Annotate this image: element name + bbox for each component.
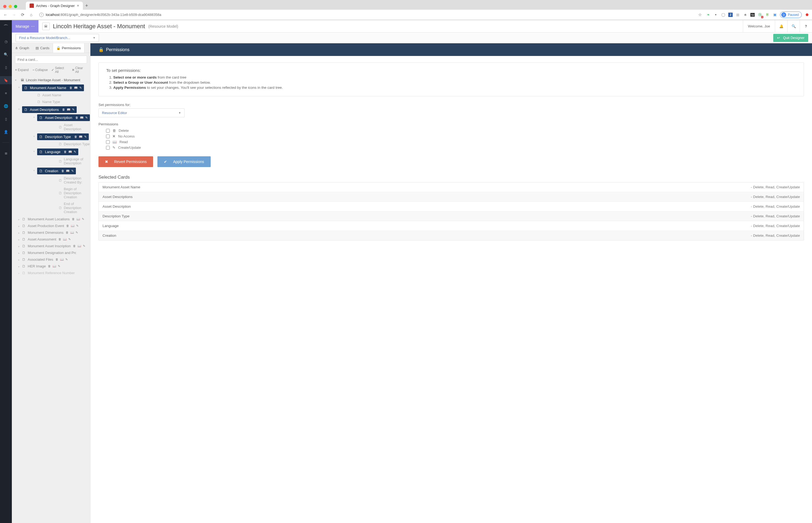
chevron-right-icon[interactable]: ▸: [18, 272, 20, 275]
chevron-down-icon[interactable]: ▾: [15, 78, 16, 82]
ext-a-icon[interactable]: ⓐ8: [757, 12, 762, 17]
quit-designer-button[interactable]: ↩ Quit Designer: [773, 34, 808, 42]
tree-node[interactable]: 🗋Monument Designation and Protection: [22, 250, 90, 256]
chevron-right-icon[interactable]: ▸: [18, 238, 20, 241]
manage-button[interactable]: Manage ⋯: [12, 20, 38, 33]
window-zoom-icon[interactable]: [14, 5, 17, 8]
tree-node[interactable]: 🗋Monument Asset Locations🗑📖✎: [22, 216, 90, 222]
card-search-input[interactable]: [15, 56, 87, 64]
tree-node-creation[interactable]: ▾ 🗋Creation🗑📖✎ 🗋Description Created By: …: [37, 167, 90, 216]
tree-leaf[interactable]: 🗋Asset Name: [37, 92, 90, 98]
tree-leaf[interactable]: 🗋Begin of Description Creation: [59, 186, 90, 200]
chevron-down-icon[interactable]: ▾: [33, 169, 35, 172]
chevron-right-icon[interactable]: ▸: [18, 252, 20, 254]
vnav-clock-icon[interactable]: ◷: [0, 37, 12, 46]
nav-reload-button[interactable]: ⟳: [20, 12, 25, 17]
browser-tab[interactable]: Arches - Graph Designer ×: [26, 2, 83, 10]
vnav-menu-icon[interactable]: ≣: [0, 149, 12, 157]
vnav-search-icon[interactable]: 🔍: [0, 50, 12, 58]
ext-circle-icon[interactable]: ◯: [721, 12, 726, 17]
read-checkbox[interactable]: [106, 140, 110, 144]
vnav-list-icon[interactable]: ≡: [0, 89, 12, 97]
tree-leaf[interactable]: 🗋Description Created By:: [59, 175, 90, 185]
revert-permissions-button[interactable]: ✖ Revert Permissions: [98, 156, 153, 167]
tree-leaf[interactable]: 🗋Asset Description: [59, 122, 90, 132]
find-model-select[interactable]: Find a Resource Model/Branch... ▼: [16, 34, 99, 42]
window-controls: [0, 0, 20, 10]
chevron-right-icon[interactable]: ▸: [18, 258, 20, 261]
tree-root[interactable]: ▾ 🏛 Lincoln Heritage Asset - Monument: [13, 77, 90, 84]
chevron-right-icon[interactable]: ▸: [18, 265, 20, 268]
favicon-icon: [30, 3, 34, 8]
vnav-user-icon[interactable]: 👤: [0, 128, 12, 136]
tree-leaf[interactable]: 🗋Language of Description: [59, 156, 90, 166]
chevron-down-icon[interactable]: ▾: [18, 108, 20, 111]
vnav-bookmark-icon[interactable]: ▯: [0, 63, 12, 71]
select-all-button[interactable]: ✓Select All: [51, 66, 68, 74]
app-logo-icon[interactable]: ⌒: [0, 23, 12, 31]
ext-robot-icon[interactable]: ▪: [713, 12, 718, 17]
chevron-right-icon[interactable]: ▸: [18, 218, 20, 221]
ext-xp-icon[interactable]: Xp: [751, 13, 755, 17]
notifications-icon[interactable]: 🔔: [775, 20, 787, 33]
chevron-right-icon[interactable]: ▸: [18, 224, 20, 228]
tree-node[interactable]: 🗋Monument Asset Inscription🗑📖✎: [22, 243, 90, 249]
tree-leaf[interactable]: 🗋Description Type: [59, 141, 90, 147]
tree-node-asset-descs[interactable]: ▾ 🗋Asset Descriptions🗑📖✎ ▾ 🗋Asset Descri…: [22, 106, 90, 216]
chevron-right-icon[interactable]: ▸: [18, 245, 20, 248]
topbar-search-icon[interactable]: 🔍: [787, 20, 800, 33]
chevron-down-icon[interactable]: ▾: [33, 150, 35, 153]
clear-all-button[interactable]: ✕Clear All: [72, 66, 87, 74]
tree-node[interactable]: 🗋Associated Files🗑📖✎: [22, 256, 90, 263]
tree-node[interactable]: 🗋Monument Dimensions🗑📖✎: [22, 230, 90, 236]
vnav-globe-icon[interactable]: 🌐: [0, 102, 12, 110]
new-tab-button[interactable]: +: [83, 0, 90, 10]
nav-back-button[interactable]: ←: [3, 12, 8, 17]
expand-button[interactable]: +Expand: [15, 66, 29, 74]
ext-stop-icon[interactable]: ⬣: [805, 12, 809, 17]
tree-node-desc-type[interactable]: ▾ 🗋Description Type🗑📖✎ 🗋Description Type: [37, 133, 90, 148]
tree-leaf[interactable]: 🗋Name Type: [37, 99, 90, 105]
permissions-for-select[interactable]: Resource Editor ▼: [98, 108, 184, 117]
tab-close-icon[interactable]: ×: [77, 3, 79, 8]
tree-node-asset-desc[interactable]: ▾ 🗋Asset Description🗑📖✎ 🗋Asset Descripti…: [37, 113, 90, 133]
vnav-bookmark-active-icon[interactable]: 🔖: [0, 76, 12, 84]
ext-tree-icon[interactable]: ♣: [743, 12, 748, 17]
ext-window-icon[interactable]: ▣: [773, 12, 777, 17]
window-minimize-icon[interactable]: [8, 5, 12, 8]
tab-permissions[interactable]: 🔒Permissions: [53, 43, 85, 53]
chevron-down-icon[interactable]: ▾: [18, 86, 20, 89]
trash-icon: 🗑: [112, 129, 116, 133]
ext-grid-icon[interactable]: ▦: [735, 12, 740, 17]
tree-node-language[interactable]: ▾ 🗋Language🗑📖✎ 🗋Language of Description: [37, 148, 90, 167]
apply-permissions-button[interactable]: ✔ Apply Permissions: [157, 156, 211, 167]
share-icon: ⋔: [15, 46, 18, 50]
tab-cards[interactable]: ▤Cards: [32, 43, 53, 53]
profile-paused-badge[interactable]: D Paused: [780, 12, 802, 18]
ext-evernote-icon[interactable]: ❧: [706, 12, 710, 17]
bookmark-star-icon[interactable]: ☆: [697, 12, 703, 17]
welcome-user[interactable]: Welcome, Joe: [743, 20, 775, 33]
create-checkbox[interactable]: [106, 146, 110, 149]
chevron-right-icon[interactable]: ▸: [18, 231, 20, 234]
nav-home-button[interactable]: ⌂: [29, 12, 34, 17]
tree-node-monument-name[interactable]: ▾ 🗋Monument Asset Name🗑📖✎ 🗋Asset Name 🗋N…: [22, 84, 90, 106]
ext-z-icon[interactable]: Z: [728, 13, 733, 17]
vnav-device-icon[interactable]: ▯: [0, 115, 12, 123]
chevron-down-icon[interactable]: ▾: [33, 135, 35, 138]
chevron-down-icon[interactable]: ▾: [33, 116, 35, 119]
window-close-icon[interactable]: [3, 5, 6, 8]
delete-checkbox[interactable]: [106, 129, 110, 133]
ext-shield-icon[interactable]: ⛨: [765, 12, 770, 17]
collapse-button[interactable]: −Collapse: [33, 66, 48, 74]
noaccess-checkbox[interactable]: [106, 134, 110, 138]
tree-node[interactable]: 🗋Asset Production Event🗑📖✎: [22, 223, 90, 229]
site-info-icon[interactable]: i: [39, 13, 43, 17]
tree-node[interactable]: 🗋HER Image🗑📖✎: [22, 263, 90, 269]
address-bar[interactable]: i localhost:8081/graph_designer/e4b3562b…: [37, 13, 694, 17]
tree-node[interactable]: 🗋Monument Reference Number: [22, 270, 90, 276]
help-icon[interactable]: ?: [800, 20, 812, 33]
tree-node[interactable]: 🗋Asset Assessment🗑📖✎: [22, 236, 90, 242]
tree-leaf[interactable]: 🗋End of Description Creation: [59, 201, 90, 215]
tab-graph[interactable]: ⋔Graph: [12, 43, 32, 53]
